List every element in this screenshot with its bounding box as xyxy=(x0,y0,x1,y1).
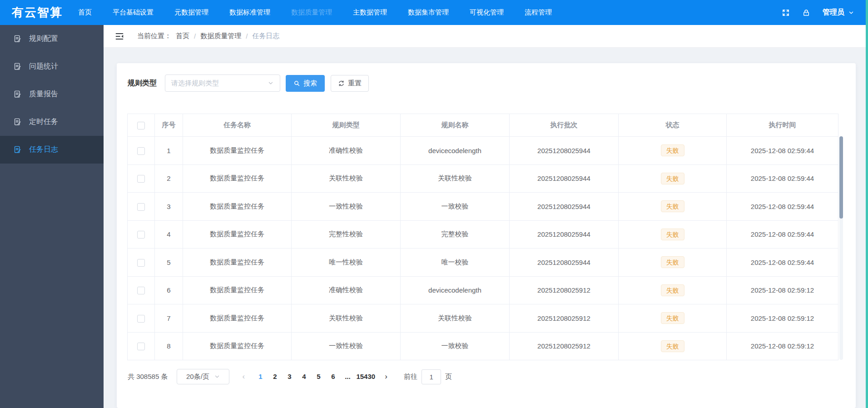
main-area: 当前位置： 首页 / 数据质量管理 / 任务日志 规则类型 请选择规则类型 xyxy=(104,25,868,408)
nav-menu-item[interactable]: 首页 xyxy=(78,8,92,17)
user-name: 管理员 xyxy=(823,8,844,17)
nav-menu-item[interactable]: 主数据管理 xyxy=(353,8,387,17)
status-badge: 失败 xyxy=(661,144,684,156)
nav-menu-item[interactable]: 数据集市管理 xyxy=(408,8,449,17)
next-page-button[interactable]: › xyxy=(379,372,393,381)
table-column-header: 规则名称 xyxy=(401,114,510,137)
row-checkbox[interactable] xyxy=(137,315,145,323)
row-checkbox[interactable] xyxy=(137,147,145,155)
nav-menu-item[interactable]: 数据质量管理 xyxy=(291,8,332,17)
search-icon xyxy=(293,80,300,87)
cell-rule-type: 关联性校验 xyxy=(292,304,401,333)
sidebar-item[interactable]: 定时任务 xyxy=(0,108,104,136)
row-checkbox[interactable] xyxy=(137,287,145,294)
nav-menu-item[interactable]: 数据标准管理 xyxy=(229,8,270,17)
table-row: 3 数据质量监控任务 一致性校验 一致校验 20251208025944 失败 … xyxy=(128,193,838,221)
cell-task-name: 数据质量监控任务 xyxy=(183,304,292,333)
status-badge: 失败 xyxy=(661,256,684,268)
page-scrollbar[interactable] xyxy=(866,0,868,408)
menu-fold-icon[interactable] xyxy=(114,31,124,41)
cell-exec-time: 2025-12-08 02:59:12 xyxy=(727,332,838,360)
row-checkbox[interactable] xyxy=(137,231,145,239)
cell-rule-name: 一致校验 xyxy=(401,193,510,221)
pagination-page[interactable]: 15430 xyxy=(355,369,377,384)
cell-rule-name: 关联性校验 xyxy=(401,164,510,193)
cell-exec-time: 2025-12-08 02:59:44 xyxy=(727,164,838,193)
user-menu[interactable]: 管理员 xyxy=(823,8,854,17)
table-column-header: 任务名称 xyxy=(183,114,292,137)
cell-rule-type: 关联性校验 xyxy=(292,164,401,193)
page-size-select[interactable]: 20条/页 xyxy=(177,369,229,384)
table-column-header: 执行批次 xyxy=(510,114,619,137)
top-navbar: 有云智算 首页 平台基础设置 元数据管理 数据标准管理 数据质量管理 主数据管理… xyxy=(0,0,868,25)
pagination-page[interactable]: ... xyxy=(340,369,355,384)
search-button[interactable]: 搜索 xyxy=(286,75,325,92)
reset-button[interactable]: 重置 xyxy=(331,75,369,92)
cell-batch: 20251208025944 xyxy=(510,193,619,221)
cell-rule-type: 准确性校验 xyxy=(292,276,401,304)
page-header: 当前位置： 首页 / 数据质量管理 / 任务日志 xyxy=(104,25,868,48)
sidebar-item[interactable]: 规则配置 xyxy=(0,25,104,53)
document-edit-icon xyxy=(13,35,22,43)
cell-task-name: 数据质量监控任务 xyxy=(183,137,292,165)
status-badge: 失败 xyxy=(661,229,684,240)
table-row: 8 数据质量监控任务 一致性校验 一致校验 20251208025912 失败 … xyxy=(128,332,838,360)
cell-rule-name: 唯一校验 xyxy=(401,249,510,277)
row-checkbox[interactable] xyxy=(137,203,145,211)
brand-logo: 有云智算 xyxy=(0,5,63,20)
row-checkbox[interactable] xyxy=(137,259,145,267)
status-badge: 失败 xyxy=(661,173,684,184)
sidebar-item-label: 任务日志 xyxy=(29,145,58,154)
rule-type-select[interactable]: 请选择规则类型 xyxy=(165,75,280,92)
pagination-page[interactable]: 1 xyxy=(253,369,268,384)
pagination-page[interactable]: 4 xyxy=(297,369,311,384)
document-edit-icon xyxy=(13,62,22,71)
status-badge: 失败 xyxy=(661,340,684,352)
rule-type-label: 规则类型 xyxy=(128,79,157,88)
pagination-page[interactable]: 6 xyxy=(326,369,340,384)
table-row: 6 数据质量监控任务 准确性校验 devicecodelength 202512… xyxy=(128,276,838,304)
cell-task-name: 数据质量监控任务 xyxy=(183,164,292,193)
chevron-down-icon xyxy=(848,10,854,16)
nav-menu-item[interactable]: 平台基础设置 xyxy=(113,8,154,17)
cell-rule-type: 完整性校验 xyxy=(292,220,401,249)
pagination-page[interactable]: 5 xyxy=(311,369,326,384)
sidebar-item[interactable]: 任务日志 xyxy=(0,136,104,164)
table-scrollbar-track[interactable] xyxy=(839,136,843,360)
status-badge: 失败 xyxy=(661,312,684,324)
status-badge: 失败 xyxy=(661,284,684,296)
table-scrollbar-thumb[interactable] xyxy=(839,136,843,219)
sidebar-item[interactable]: 问题统计 xyxy=(0,53,104,80)
cell-index: 2 xyxy=(155,164,183,193)
reset-button-label: 重置 xyxy=(348,79,362,88)
cell-exec-time: 2025-12-08 02:59:12 xyxy=(727,276,838,304)
nav-menu: 首页 平台基础设置 元数据管理 数据标准管理 数据质量管理 主数据管理 数据集市… xyxy=(78,8,552,17)
goto-page-input[interactable] xyxy=(422,369,441,384)
pagination-page[interactable]: 3 xyxy=(282,369,297,384)
nav-menu-item[interactable]: 元数据管理 xyxy=(174,8,208,17)
row-checkbox[interactable] xyxy=(137,343,145,350)
sidebar: 规则配置 问题统计 质量报告 xyxy=(0,25,104,408)
breadcrumb-module[interactable]: 数据质量管理 xyxy=(200,32,241,40)
cell-rule-name: 关联性校验 xyxy=(401,304,510,333)
task-log-table: 序号 任务名称 规则类型 规则名称 执行批次 状态 xyxy=(127,114,838,360)
chevron-down-icon xyxy=(268,80,274,86)
page-size-value: 20条/页 xyxy=(186,373,209,381)
sidebar-item[interactable]: 质量报告 xyxy=(0,80,104,108)
prev-page-button[interactable]: ‹ xyxy=(237,372,250,381)
nav-menu-item[interactable]: 流程管理 xyxy=(525,8,552,17)
fullscreen-icon[interactable] xyxy=(782,9,790,17)
cell-exec-time: 2025-12-08 02:59:44 xyxy=(727,249,838,277)
row-checkbox[interactable] xyxy=(137,175,145,183)
breadcrumb-home[interactable]: 首页 xyxy=(176,32,189,40)
sidebar-item-label: 规则配置 xyxy=(29,34,58,44)
table-row: 7 数据质量监控任务 关联性校验 关联性校验 20251208025912 失败… xyxy=(128,304,838,333)
select-all-checkbox[interactable] xyxy=(137,122,145,129)
pagination-page[interactable]: 2 xyxy=(268,369,282,384)
lock-icon[interactable] xyxy=(802,9,810,17)
cell-exec-time: 2025-12-08 02:59:12 xyxy=(727,304,838,333)
nav-menu-item[interactable]: 可视化管理 xyxy=(470,8,504,17)
cell-batch: 20251208025912 xyxy=(510,332,619,360)
cell-task-name: 数据质量监控任务 xyxy=(183,332,292,360)
cell-batch: 20251208025944 xyxy=(510,249,619,277)
